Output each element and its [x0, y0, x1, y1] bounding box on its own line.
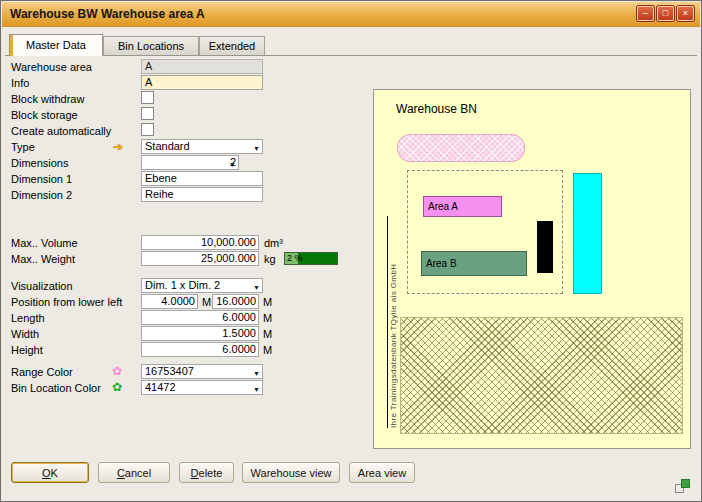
position-label: Position from lower left	[11, 295, 122, 310]
minimize-icon: –	[643, 8, 648, 18]
type-label: Type	[11, 140, 35, 155]
rack-shape	[573, 173, 602, 294]
tab-master-data[interactable]: Master Data	[9, 34, 103, 56]
range-color-dropdown[interactable]: 16753407 ▼	[141, 364, 263, 379]
warehouse-visualization-canvas: Warehouse BN Area A Area B Ihre Training…	[373, 89, 691, 449]
restore-icon: □	[663, 8, 668, 18]
warehouse-area-label: Warehouse area	[11, 60, 92, 75]
position-y-field[interactable]: 16.0000	[212, 294, 259, 309]
width-label: Width	[11, 327, 39, 342]
tab-bin-locations[interactable]: Bin Locations	[103, 36, 199, 55]
visualization-value: Dim. 1 x Dim. 2	[145, 279, 220, 291]
staging-zone-shape	[397, 134, 525, 162]
window-controls: – □ ×	[637, 6, 694, 21]
dimension-2-label: Dimension 2	[11, 188, 72, 203]
watermark-vertical-text: Ihre Trainingsdatenbank TQylie ais GmbH	[389, 216, 398, 428]
type-value: Standard	[145, 140, 190, 152]
height-unit: M	[263, 343, 272, 358]
chevron-down-icon: ▼	[253, 383, 260, 395]
weight-usage-bar: 2 %	[284, 252, 338, 265]
link-arrow-icon[interactable]: ➔	[113, 140, 123, 154]
cancel-button[interactable]: Cancel	[98, 462, 170, 483]
window-title: Warehouse BW Warehouse area A	[10, 7, 205, 21]
max-weight-label: Max.. Weight	[11, 252, 75, 267]
chevron-down-icon: ▼	[253, 367, 260, 379]
area-view-button[interactable]: Area view	[349, 462, 415, 483]
minimize-button[interactable]: –	[637, 6, 654, 21]
chevron-down-icon: ▼	[253, 142, 260, 154]
type-dropdown[interactable]: Standard ▼	[141, 139, 263, 154]
area-a-shape[interactable]: Area A	[423, 196, 502, 217]
close-button[interactable]: ×	[677, 6, 694, 21]
block-withdraw-label: Block withdraw	[11, 92, 84, 107]
position-y-unit: M	[263, 295, 272, 310]
position-x-field[interactable]: 4.0000	[141, 294, 198, 309]
visualization-dropdown[interactable]: Dim. 1 x Dim. 2 ▼	[141, 278, 263, 293]
dimension-2-field[interactable]: Reihe	[141, 187, 263, 202]
max-volume-field[interactable]: 10,000.000	[141, 235, 259, 250]
length-field[interactable]: 6.0000	[141, 310, 259, 325]
pillar-shape	[537, 221, 553, 273]
max-weight-field[interactable]: 25,000.000	[141, 251, 259, 266]
wall-line	[387, 216, 388, 428]
close-icon: ×	[683, 8, 688, 18]
chevron-down-icon: ▼	[229, 158, 236, 170]
visualization-label: Visualization	[11, 279, 73, 294]
canvas-title: Warehouse BN	[396, 102, 477, 116]
area-b-shape[interactable]: Area B	[421, 251, 527, 276]
dimension-1-field[interactable]: Ebene	[141, 171, 263, 186]
height-label: Height	[11, 343, 43, 358]
range-color-label: Range Color	[11, 365, 73, 380]
info-label: Info	[11, 76, 29, 91]
delete-button[interactable]: Delete	[179, 462, 234, 483]
dimensions-dropdown[interactable]: 2 ▼	[141, 155, 239, 170]
height-field[interactable]: 6.0000	[141, 342, 259, 357]
max-volume-unit: dm³	[264, 236, 283, 251]
tab-divider	[5, 55, 697, 56]
warehouse-view-button[interactable]: Warehouse view	[242, 462, 340, 483]
length-unit: M	[263, 311, 272, 326]
tab-extended[interactable]: Extended	[199, 36, 265, 55]
position-x-unit: M	[202, 295, 211, 310]
ok-button[interactable]: OK	[11, 462, 89, 483]
chevron-down-icon: ▼	[253, 281, 260, 293]
block-storage-checkbox[interactable]	[141, 107, 154, 120]
range-color-swatch-icon: ✿	[112, 364, 122, 378]
expand-form-icon-svg	[674, 478, 690, 494]
blocked-area-hatch	[400, 317, 683, 434]
info-field[interactable]: A	[141, 75, 263, 90]
warehouse-area-field: A	[141, 59, 263, 74]
titlebar[interactable]: Warehouse BW Warehouse area A – □ ×	[2, 2, 700, 27]
bin-location-color-dropdown[interactable]: 41472 ▼	[141, 380, 263, 395]
block-storage-label: Block storage	[11, 108, 78, 123]
bin-location-color-label: Bin Location Color	[11, 381, 101, 396]
max-weight-unit: kg	[264, 252, 276, 267]
warehouse-area-window: Warehouse BW Warehouse area A – □ × Mast…	[0, 0, 702, 502]
length-label: Length	[11, 311, 45, 326]
bin-location-color-swatch-icon: ✿	[112, 380, 122, 394]
bin-location-color-value: 41472	[145, 381, 176, 393]
create-automatically-label: Create automatically	[11, 124, 111, 139]
width-unit: M	[263, 327, 272, 342]
width-field[interactable]: 1.5000	[141, 326, 259, 341]
restore-button[interactable]: □	[657, 6, 674, 21]
create-automatically-checkbox[interactable]	[141, 123, 154, 136]
dimension-1-label: Dimension 1	[11, 172, 72, 187]
max-volume-label: Max.. Volume	[11, 236, 78, 251]
block-withdraw-checkbox[interactable]	[141, 91, 154, 104]
range-color-value: 16753407	[145, 365, 194, 377]
expand-form-icon[interactable]	[674, 478, 690, 494]
dimensions-label: Dimensions	[11, 156, 68, 171]
